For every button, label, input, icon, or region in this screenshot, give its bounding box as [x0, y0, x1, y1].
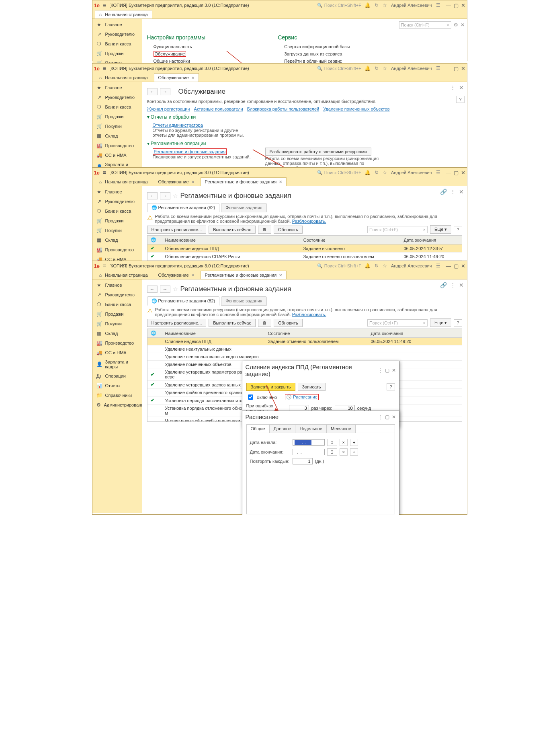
subtab-reg[interactable]: 🌐 Регламентные задания (82)	[147, 296, 220, 306]
sidebar-item[interactable]: ↗Руководителю	[92, 92, 142, 102]
menu-icon[interactable]: ≡	[103, 2, 106, 8]
sidebar-item[interactable]: 🏭Производство	[92, 245, 142, 255]
configure-schedule-button[interactable]: Настроить расписание...	[147, 226, 207, 234]
table-row[interactable]: ✔Обновление индексов СПАРК РискиЗадание …	[147, 253, 462, 261]
history-icon[interactable]: ↻	[375, 170, 379, 175]
search-ph[interactable]: Поиск Ctrl+Shift+F	[324, 66, 361, 71]
tab-reg-jobs[interactable]: Регламентные и фоновые задания✕	[201, 271, 287, 279]
start-date-input[interactable]: . .	[293, 439, 325, 446]
sidebar-item[interactable]: ДтОперации	[92, 371, 142, 381]
menu-icon[interactable]: ≡	[103, 263, 106, 269]
help-button[interactable]: ?	[387, 383, 395, 390]
bell-icon[interactable]: 🔔	[365, 263, 371, 269]
tab-maintenance[interactable]: Обслуживание✕	[154, 271, 199, 279]
bars-icon[interactable]: ☰	[436, 66, 440, 71]
sidebar-item[interactable]: ↗Руководителю	[92, 29, 142, 39]
star-icon[interactable]: ☆	[383, 2, 387, 8]
history-icon[interactable]: ↻	[375, 66, 379, 71]
max-icon[interactable]: ▢	[385, 414, 389, 420]
date-picker-icon[interactable]: 🗓	[327, 439, 337, 446]
star-icon[interactable]: ☆	[173, 193, 178, 199]
gear-icon[interactable]: ⚙	[454, 22, 458, 28]
stepper-icon[interactable]: ÷	[350, 439, 358, 446]
user-label[interactable]: Андрей Алексеевич	[391, 66, 432, 71]
max-icon[interactable]: ▢	[454, 2, 459, 8]
link-functionality[interactable]: Функциональность	[154, 43, 206, 50]
sidebar-item[interactable]: 🛒Покупки	[92, 319, 142, 329]
sidebar-item[interactable]: 🚚ОС и НМА	[92, 348, 142, 357]
min-icon[interactable]: —	[446, 2, 451, 8]
more-button[interactable]: Еще ▾	[430, 318, 451, 327]
tab-daily[interactable]: Дневное	[270, 425, 296, 433]
table-row[interactable]: ✔Обновление индекса ППДЗадание выполнено…	[147, 244, 462, 253]
sidebar-item[interactable]: ★Главное	[92, 280, 142, 290]
link-reg-jobs[interactable]: Регламентные и фоновые задания	[154, 149, 226, 154]
tab-home[interactable]: Начальная страница	[95, 10, 152, 18]
table-row[interactable]: Удаление неиспользованных кодов маркиров	[147, 353, 462, 361]
max-icon[interactable]: ▢	[454, 263, 459, 269]
sidebar-item[interactable]: ★Главное	[92, 20, 142, 29]
menu-icon[interactable]: ≡	[103, 169, 106, 176]
search-input[interactable]: Поиск (Ctrl+F)×	[367, 226, 428, 233]
unlock-button[interactable]: Разблокировать работу с внешними ресурса…	[265, 148, 371, 156]
configure-schedule-button[interactable]: Настроить расписание...	[147, 319, 207, 327]
date-picker-icon[interactable]: 🗓	[327, 448, 337, 456]
user-label[interactable]: Андрей Алексеевич	[391, 263, 432, 268]
bell-icon[interactable]: 🔔	[365, 66, 371, 71]
col-name[interactable]: Наименование	[162, 236, 300, 244]
sidebar-item[interactable]: ★Главное	[92, 83, 142, 92]
user-label[interactable]: Андрей Алексеевич	[391, 170, 432, 175]
sidebar-item[interactable]: ❍Банк и касса	[92, 206, 142, 216]
tab-close-icon[interactable]: ✕	[191, 180, 195, 184]
table-row[interactable]: Слияние индекса ППДЗадание отменено поль…	[147, 338, 462, 345]
sidebar-item[interactable]: 📊Отчеты	[92, 381, 142, 390]
star-icon[interactable]: ☆	[383, 66, 387, 71]
sidebar-item[interactable]: ▦Склад	[92, 329, 142, 338]
reports-heading[interactable]: ▾ Отчеты и обработки	[147, 114, 462, 120]
close-icon[interactable]: ✕	[459, 282, 464, 288]
link-unlock[interactable]: Разблокировать.	[292, 312, 326, 317]
col-name[interactable]: Наименование	[162, 329, 265, 338]
save-button[interactable]: Записать	[298, 383, 326, 391]
tab-maintenance[interactable]: Обслуживание✕	[154, 73, 199, 82]
search-input[interactable]: Поиск (Ctrl+F)×	[367, 319, 428, 327]
sidebar-item[interactable]: ▦Склад	[92, 235, 142, 245]
help-button[interactable]: ?	[454, 319, 462, 327]
clear-icon[interactable]: ×	[340, 439, 348, 446]
col-date[interactable]: Дата окончания	[400, 236, 461, 244]
col-date[interactable]: Дата окончания	[368, 329, 462, 338]
menu-icon[interactable]: ≡	[103, 65, 106, 72]
sidebar-item[interactable]: 📁Справочники	[92, 390, 142, 400]
bars-icon[interactable]: ☰	[436, 170, 440, 175]
close-icon[interactable]: ✕	[392, 368, 396, 373]
back-button[interactable]: ←	[147, 192, 158, 199]
end-date-input[interactable]: . .	[293, 449, 325, 455]
refresh-button[interactable]: Обновить	[274, 226, 303, 234]
bars-icon[interactable]: ☰	[436, 263, 440, 269]
tab-close-icon[interactable]: ✕	[191, 76, 195, 80]
col-state[interactable]: Состояние	[265, 329, 368, 338]
history-icon[interactable]: ↻	[375, 2, 379, 8]
tab-reg-jobs[interactable]: Регламентные и фоновые задания✕	[201, 177, 287, 186]
min-icon[interactable]: —	[446, 170, 451, 176]
tab-home[interactable]: Начальная страница	[95, 73, 152, 82]
sidebar-item[interactable]: 🛒Продажи	[92, 216, 142, 226]
sidebar-item[interactable]: 🛒Покупки	[92, 121, 142, 131]
more-button[interactable]: Еще ▾	[430, 225, 451, 234]
sidebar-item[interactable]: ↗Руководителю	[92, 197, 142, 206]
fwd-button[interactable]: →	[160, 286, 170, 293]
sidebar-item[interactable]: 🛒Покупки	[92, 226, 142, 235]
repeat-input[interactable]	[293, 458, 313, 464]
search-ph[interactable]: Поиск Ctrl+Shift+F	[324, 263, 361, 268]
search-input[interactable]: Поиск (Ctrl+F)×	[399, 21, 451, 29]
history-icon[interactable]: ↻	[375, 263, 379, 269]
link-unlock[interactable]: Разблокировать.	[292, 219, 326, 224]
more-icon[interactable]: ⋮	[450, 282, 456, 288]
min-icon[interactable]: —	[446, 66, 451, 72]
schedule-link[interactable]: Расписание	[293, 394, 317, 399]
link-block[interactable]: Блокировка работы пользователей	[247, 107, 319, 111]
close-icon[interactable]: ✕	[461, 22, 465, 28]
tab-home[interactable]: Начальная страница	[95, 271, 152, 279]
back-button[interactable]: ←	[147, 286, 158, 293]
bars-icon[interactable]: ☰	[436, 2, 440, 8]
